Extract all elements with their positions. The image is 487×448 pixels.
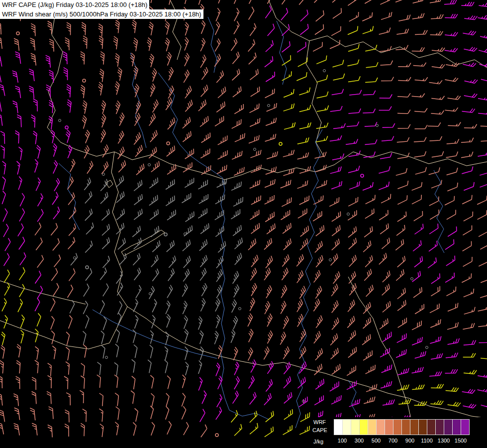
- city-markers-layer: [59, 70, 428, 403]
- borders-layer: [0, 0, 487, 448]
- legend-swatch: [334, 419, 343, 435]
- legend-swatch: [461, 419, 470, 435]
- legend-unit-label: J/kg: [313, 439, 323, 445]
- legend-tick-label: 300: [355, 438, 364, 444]
- map-title-windshear: WRF Wind shear (m/s) 500/1000hPa Friday …: [0, 9, 203, 19]
- legend-swatch: [452, 419, 461, 435]
- legend-tick-label: 100: [338, 438, 347, 444]
- weather-map: WRF CAPE (J/kg) Friday 03-10-2025 18:00 …: [0, 0, 487, 448]
- legend-swatch: [393, 419, 402, 435]
- legend-swatch: [376, 419, 385, 435]
- legend-tick-label: 1100: [421, 438, 433, 444]
- legend-tick-label: 700: [389, 438, 397, 444]
- legend-swatch: [351, 419, 360, 435]
- legend-swatch: [435, 419, 444, 435]
- legend-swatch: [427, 419, 436, 435]
- legend-swatch: [418, 419, 427, 435]
- legend-tick-label: 1500: [455, 438, 467, 444]
- cape-legend: WRF CAPE J/kg 10030050070090011001300150…: [310, 417, 487, 448]
- legend-tick-label: 1300: [438, 438, 450, 444]
- legend-model-label: WRF: [313, 419, 326, 425]
- legend-tick-labels: 100300500700900110013001500: [334, 438, 470, 445]
- wind-barbs-layer: [0, 0, 487, 439]
- map-canvas: [0, 0, 487, 448]
- legend-swatch: [410, 419, 419, 435]
- legend-swatch: [368, 419, 377, 435]
- legend-param-label: CAPE: [312, 427, 327, 433]
- legend-swatch: [444, 419, 453, 435]
- legend-color-bar: [334, 419, 470, 435]
- legend-swatch: [401, 419, 410, 435]
- map-title-cape: WRF CAPE (J/kg) Friday 03-10-2025 18:00 …: [0, 0, 149, 9]
- legend-tick-label: 500: [372, 438, 381, 444]
- legend-swatch: [342, 419, 351, 435]
- legend-swatch: [359, 419, 368, 435]
- legend-swatch: [385, 419, 393, 435]
- legend-tick-label: 900: [405, 438, 414, 444]
